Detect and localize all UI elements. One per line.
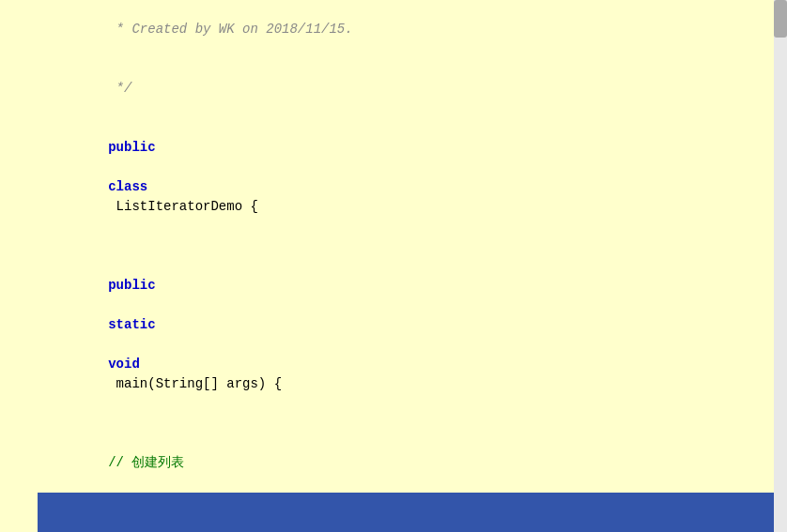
code-line-3: public class ListIteratorDemo { (0, 118, 787, 236)
kw-void: void (108, 357, 140, 372)
scrollbar[interactable] (774, 0, 787, 532)
indent3 (108, 514, 171, 529)
sp2 (108, 297, 116, 312)
comment-close: */ (108, 81, 131, 96)
kw-public2: public (108, 278, 155, 293)
indent2 (108, 435, 171, 450)
kw-class: class (108, 179, 147, 194)
main-sig: main(String[] args) { (108, 376, 282, 391)
sp3 (108, 337, 116, 352)
code-line-4: public static void main(String[] args) { (0, 236, 787, 414)
line-content-2: */ (38, 59, 787, 118)
kw-public: public (108, 140, 155, 155)
code-line-5: // 创建列表 (0, 414, 787, 493)
code-line-1: * Created by WK on 2018/11/15. (0, 0, 787, 59)
code-line-2: */ (0, 59, 787, 118)
line-content-3: public class ListIteratorDemo { (38, 118, 787, 236)
indent1 (108, 258, 140, 273)
kw-static: static (108, 317, 155, 332)
class-name: ListIteratorDemo { (108, 199, 258, 214)
line-content-4: public static void main(String[] args) { (38, 236, 787, 414)
line-content-1: * Created by WK on 2018/11/15. (38, 0, 787, 59)
comment-text: * Created by WK on 2018/11/15. (108, 22, 352, 37)
space1 (108, 160, 116, 175)
scrollbar-thumb[interactable] (774, 0, 787, 38)
code-line-6: List <Integer> list = new ArrayList<Inte… (0, 493, 787, 532)
code-container: * Created by WK on 2018/11/15. */ public… (0, 0, 787, 532)
line-content-5: // 创建列表 (38, 414, 787, 493)
comment-create-list: // 创建列表 (108, 455, 184, 470)
line-content-6: List <Integer> list = new ArrayList<Inte… (38, 493, 787, 532)
code-editor: * Created by WK on 2018/11/15. */ public… (0, 0, 787, 532)
